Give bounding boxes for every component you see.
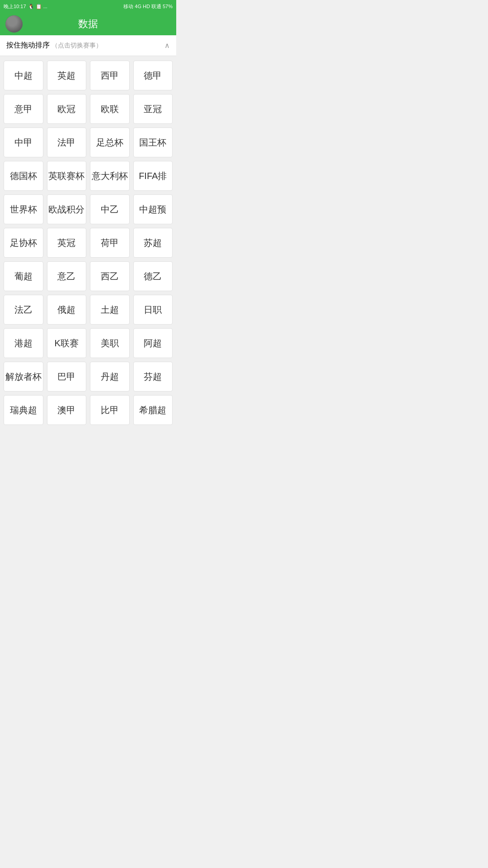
league-item[interactable]: 意大利杯: [90, 161, 130, 191]
league-item[interactable]: 芬超: [133, 362, 173, 392]
league-item[interactable]: 美职: [90, 328, 130, 358]
league-item[interactable]: 世界杯: [4, 194, 43, 224]
league-item[interactable]: FIFA排: [133, 161, 173, 191]
sort-label: 按住拖动排序 （点击切换赛事）: [6, 41, 102, 50]
league-item[interactable]: 国王杯: [133, 127, 173, 157]
league-item[interactable]: 希腊超: [133, 395, 173, 425]
status-icons: 🐧 📋 ...: [28, 4, 47, 9]
league-item[interactable]: 德国杯: [4, 161, 43, 191]
league-item[interactable]: 中甲: [4, 127, 43, 157]
league-item[interactable]: 苏超: [133, 228, 173, 258]
league-item[interactable]: 英超: [47, 61, 87, 90]
league-item[interactable]: 欧战积分: [47, 194, 87, 224]
sort-hint-text: （点击切换赛事）: [52, 42, 102, 49]
league-item[interactable]: 英冠: [47, 228, 87, 258]
status-left: 晚上10:17 🐧 📋 ...: [4, 3, 47, 10]
status-bar: 晚上10:17 🐧 📋 ... 移动 4G HD 联通 57%: [0, 0, 176, 13]
league-item[interactable]: 法乙: [4, 295, 43, 325]
league-item[interactable]: 日职: [133, 295, 173, 325]
sort-bar: 按住拖动排序 （点击切换赛事） ∧: [0, 35, 176, 56]
status-battery: 57%: [163, 4, 173, 9]
status-network: 移动 4G HD: [123, 3, 150, 10]
chevron-up-icon[interactable]: ∧: [164, 41, 170, 50]
status-carrier: 联通: [151, 3, 161, 10]
league-item[interactable]: 俄超: [47, 295, 87, 325]
status-right: 移动 4G HD 联通 57%: [123, 3, 173, 10]
league-item[interactable]: 土超: [90, 295, 130, 325]
league-item[interactable]: 德甲: [133, 61, 173, 90]
league-item[interactable]: K联赛: [47, 328, 87, 358]
league-item[interactable]: 中超: [4, 61, 43, 90]
league-item[interactable]: 足总杯: [90, 127, 130, 157]
avatar-image: [5, 15, 23, 33]
header: 数据: [0, 13, 176, 35]
page-title: 数据: [78, 17, 98, 31]
league-item[interactable]: 巴甲: [47, 362, 87, 392]
league-item[interactable]: 港超: [4, 328, 43, 358]
league-item[interactable]: 解放者杯: [4, 362, 43, 392]
league-item[interactable]: 葡超: [4, 261, 43, 291]
sort-main-text: 按住拖动排序: [6, 41, 50, 49]
league-item[interactable]: 足协杯: [4, 228, 43, 258]
league-item[interactable]: 中乙: [90, 194, 130, 224]
avatar[interactable]: [5, 15, 23, 33]
league-item[interactable]: 中超预: [133, 194, 173, 224]
league-grid-container: 中超英超西甲德甲意甲欧冠欧联亚冠中甲法甲足总杯国王杯德国杯英联赛杯意大利杯FIF…: [0, 56, 176, 429]
league-item[interactable]: 阿超: [133, 328, 173, 358]
league-item[interactable]: 意乙: [47, 261, 87, 291]
league-item[interactable]: 法甲: [47, 127, 87, 157]
status-time: 晚上10:17: [4, 3, 26, 10]
league-item[interactable]: 荷甲: [90, 228, 130, 258]
league-item[interactable]: 欧联: [90, 94, 130, 124]
league-item[interactable]: 比甲: [90, 395, 130, 425]
league-grid: 中超英超西甲德甲意甲欧冠欧联亚冠中甲法甲足总杯国王杯德国杯英联赛杯意大利杯FIF…: [4, 61, 173, 425]
league-item[interactable]: 欧冠: [47, 94, 87, 124]
league-item[interactable]: 瑞典超: [4, 395, 43, 425]
league-item[interactable]: 意甲: [4, 94, 43, 124]
league-item[interactable]: 丹超: [90, 362, 130, 392]
league-item[interactable]: 德乙: [133, 261, 173, 291]
league-item[interactable]: 英联赛杯: [47, 161, 87, 191]
league-item[interactable]: 西甲: [90, 61, 130, 90]
league-item[interactable]: 亚冠: [133, 94, 173, 124]
league-item[interactable]: 澳甲: [47, 395, 87, 425]
league-item[interactable]: 西乙: [90, 261, 130, 291]
